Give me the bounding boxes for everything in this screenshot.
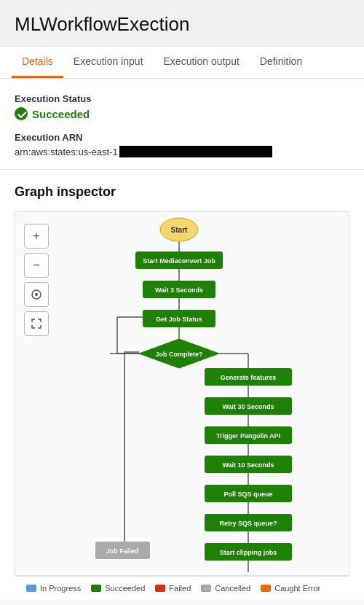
arn-redacted [119, 146, 272, 157]
legend-succeeded: Succeeded [91, 584, 145, 593]
graph-title: Graph inspector [15, 184, 349, 200]
zoom-out-button[interactable]: − [24, 253, 49, 278]
tab-definition[interactable]: Definition [250, 47, 312, 78]
legend-dot-blue [26, 585, 36, 592]
svg-text:Get Job Status: Get Job Status [156, 316, 202, 323]
svg-text:Generate features: Generate features [221, 374, 277, 381]
svg-text:Start Mediaconvert Job: Start Mediaconvert Job [143, 257, 215, 265]
legend-dot-grey [201, 585, 211, 592]
tab-execution-output[interactable]: Execution output [154, 47, 250, 78]
svg-text:Trigger Pangolin API: Trigger Pangolin API [216, 432, 280, 440]
arn-prefix: arn:aws:states:us-east-1 [15, 147, 118, 157]
flowchart-svg: Start Start Mediaconvert Job Wait 3 Seco… [66, 215, 343, 572]
svg-text:Retry SQS queue?: Retry SQS queue? [219, 520, 277, 527]
tab-details[interactable]: Details [12, 47, 63, 78]
legend-label-in-progress: In Progress [40, 584, 81, 593]
legend-failed: Failed [155, 584, 191, 593]
svg-text:Start: Start [171, 226, 188, 234]
graph-controls: + − [24, 224, 49, 336]
execution-status-label: Execution Status [15, 93, 349, 104]
legend-cancelled: Cancelled [201, 584, 250, 593]
svg-text:Job Failed: Job Failed [106, 547, 139, 555]
svg-text:Wait 10 Seconds: Wait 10 Seconds [222, 461, 274, 469]
tabs-bar: Details Execution input Execution output… [0, 47, 364, 79]
execution-arn-label: Execution ARN [15, 132, 349, 143]
arn-value: arn:aws:states:us-east-1 [15, 146, 349, 157]
graph-container: + − [15, 211, 349, 576]
legend-label-succeeded: Succeeded [105, 584, 145, 593]
legend-dot-orange [261, 585, 271, 592]
legend-in-progress: In Progress [26, 584, 81, 593]
fullscreen-button[interactable] [24, 311, 49, 336]
legend-label-caught-error: Caught Error [274, 584, 320, 593]
success-icon [15, 107, 28, 120]
legend-label-failed: Failed [169, 584, 191, 593]
center-button[interactable] [24, 282, 49, 307]
zoom-in-button[interactable]: + [24, 224, 49, 249]
svg-text:Poll SQS queue: Poll SQS queue [223, 491, 272, 498]
graph-section: Graph inspector + − [0, 170, 364, 600]
details-section: Execution Status Succeeded Execution ARN… [0, 79, 364, 169]
legend-dot-red [155, 585, 165, 592]
legend: In Progress Succeeded Failed Cancelled C… [15, 576, 349, 600]
legend-dot-green [91, 585, 101, 592]
svg-text:Wait 30 Seconds: Wait 30 Seconds [222, 403, 274, 410]
page-title: MLWorkflowExection [0, 0, 364, 47]
center-icon [31, 289, 42, 300]
tab-execution-input[interactable]: Execution input [63, 47, 154, 78]
legend-label-cancelled: Cancelled [215, 584, 250, 593]
svg-text:Wait 3 Seconds: Wait 3 Seconds [155, 286, 203, 294]
svg-point-1 [35, 293, 38, 296]
status-text: Succeeded [32, 108, 90, 120]
svg-text:Start clipping jobs: Start clipping jobs [220, 549, 277, 556]
status-row: Succeeded [15, 107, 349, 120]
fullscreen-icon [31, 318, 42, 329]
svg-text:Job Complete?: Job Complete? [155, 351, 202, 358]
legend-caught-error: Caught Error [261, 584, 320, 593]
